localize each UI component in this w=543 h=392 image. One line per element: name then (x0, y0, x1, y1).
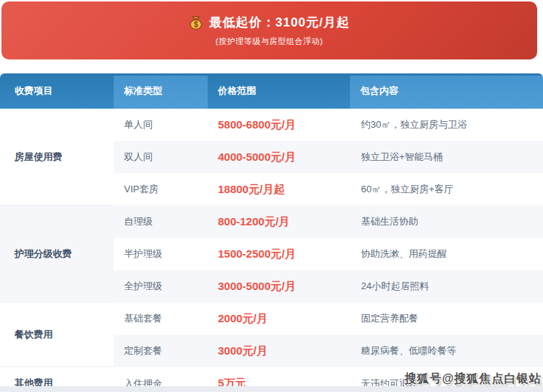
svg-text:$: $ (194, 21, 198, 29)
cell-price: 18800元/月起 (208, 173, 350, 206)
cell-price: 5800-6800元/月 (208, 109, 350, 141)
cell-price: 3000元/月 (208, 335, 350, 367)
money-bag-icon: $ (189, 15, 203, 30)
cell-type: 全护理级 (114, 270, 208, 302)
table-row: 餐饮费用 基础套餐 2000元/月 固定营养配餐 (0, 302, 543, 335)
cell-content: 60㎡，独立厨房+客厅 (350, 173, 543, 206)
cell-type: 定制套餐 (114, 335, 208, 367)
cell-type: 自理级 (114, 206, 208, 238)
cell-price: 3000-5000元/月 (208, 270, 350, 302)
header-price-range: 价格范围 (208, 73, 350, 109)
cell-type: 单人间 (114, 109, 208, 141)
header-fee-item: 收费项目 (0, 73, 114, 109)
header-standard-type: 标准类型 (114, 73, 208, 109)
table-header-row: 收费项目 标准类型 价格范围 包含内容 (0, 73, 543, 109)
cell-content: 24小时起居照料 (350, 270, 543, 302)
table-row: 房屋使用费 单人间 5800-6800元/月 约30㎡，独立厨房与卫浴 (0, 109, 543, 141)
price-banner: $ 最低起价：3100元/月起 (按护理等级与房型组合浮动) (1, 1, 537, 59)
cell-price: 1500-2500元/月 (208, 238, 350, 270)
cell-type: VIP套房 (114, 173, 208, 206)
cell-type: 基础套餐 (114, 302, 208, 335)
bottom-strip (0, 386, 543, 392)
table-row: 护理分级收费 自理级 800-1200元/月 基础生活协助 (0, 206, 543, 238)
group-label-nursing: 护理分级收费 (0, 206, 114, 302)
cell-content: 独立卫浴+智能马桶 (350, 141, 543, 173)
cell-content: 固定营养配餐 (350, 302, 543, 335)
cell-content: 糖尿病餐、低嘌呤餐等 (350, 335, 543, 367)
banner-subtitle: (按护理等级与房型组合浮动) (216, 36, 323, 47)
cell-price: 800-1200元/月 (208, 206, 350, 238)
cell-price: 2000元/月 (208, 302, 350, 335)
header-included-content: 包含内容 (350, 73, 543, 109)
banner-title-row: $ 最低起价：3100元/月起 (189, 14, 350, 31)
cell-type: 双人间 (114, 141, 208, 173)
pricing-table: 收费项目 标准类型 价格范围 包含内容 房屋使用费 单人间 5800-6800元… (0, 73, 543, 392)
group-label-meals: 餐饮费用 (0, 302, 114, 367)
cell-price: 4000-5000元/月 (208, 141, 350, 173)
watermark: 搜狐号@搜狐焦点白银站 (404, 371, 542, 387)
cell-content: 协助洗漱、用药提醒 (350, 238, 543, 270)
cell-type: 半护理级 (114, 238, 208, 270)
cell-content: 基础生活协助 (350, 206, 543, 238)
cell-content: 约30㎡，独立厨房与卫浴 (350, 109, 543, 141)
banner-title: 最低起价：3100元/月起 (209, 14, 350, 31)
group-label-housing: 房屋使用费 (0, 109, 114, 206)
